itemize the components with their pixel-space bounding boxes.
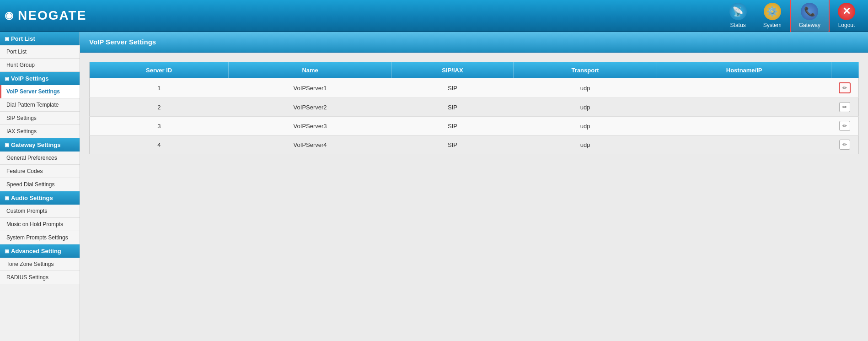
cell-hostname — [657, 117, 831, 135]
sidebar-item-radius-settings[interactable]: RADIUS Settings — [0, 271, 80, 284]
edit-pencil-icon: ✏ — [842, 85, 847, 91]
table-row: 1VoIPServer1SIPudp✏ — [90, 78, 859, 98]
port-list-section-label: Port List — [11, 35, 35, 42]
edit-button[interactable]: ✏ — [839, 121, 850, 131]
edit-button[interactable]: ✏ — [839, 82, 851, 93]
col-transport: Transport — [513, 62, 657, 79]
cell-hostname — [657, 98, 831, 117]
logout-icon: ✕ — [838, 3, 855, 20]
col-server-id: Server ID — [90, 62, 229, 79]
cell-server-id: 3 — [90, 117, 229, 135]
cell-protocol: SIP — [392, 117, 514, 135]
sidebar-section-voip-settings[interactable]: ▣ VoIP Settings — [0, 72, 80, 85]
col-hostname: Hostname/IP — [657, 62, 831, 79]
cell-transport: udp — [513, 117, 657, 135]
logo: ◉ NEOGATE — [5, 8, 86, 23]
table-row: 4VoIPServer4SIPudp✏ — [90, 135, 859, 154]
status-icon: 📡 — [729, 3, 747, 20]
cell-action: ✏ — [831, 98, 859, 117]
sidebar-item-hunt-group[interactable]: Hunt Group — [0, 59, 80, 72]
table-row: 2VoIPServer2SIPudp✏ — [90, 98, 859, 117]
sidebar-section-gateway-settings[interactable]: ▣ Gateway Settings — [0, 138, 80, 152]
cell-protocol: SIP — [392, 135, 514, 154]
header: ◉ NEOGATE 📡 Status ⚙️ System 📞 Gateway ✕… — [0, 0, 868, 32]
table-body: 1VoIPServer1SIPudp✏2VoIPServer2SIPudp✏3V… — [90, 78, 859, 154]
nav-gateway[interactable]: 📞 Gateway — [790, 0, 830, 33]
cell-action: ✏ — [831, 117, 859, 135]
sidebar-item-system-prompts[interactable]: System Prompts Settings — [0, 231, 80, 244]
page-header: VoIP Server Settings — [80, 32, 868, 53]
system-label: System — [763, 22, 782, 28]
sidebar-item-feature-codes[interactable]: Feature Codes — [0, 165, 80, 178]
layout: ▣ Port List Port List Hunt Group ▣ VoIP … — [0, 32, 868, 341]
cell-hostname — [657, 78, 831, 98]
sidebar-section-port-list[interactable]: ▣ Port List — [0, 32, 80, 45]
page-title: VoIP Server Settings — [89, 38, 156, 46]
sidebar-item-music-on-hold[interactable]: Music on Hold Prompts — [0, 218, 80, 231]
port-list-arrow: ▣ — [5, 36, 9, 41]
sidebar-item-tone-zone-settings[interactable]: Tone Zone Settings — [0, 258, 80, 271]
sidebar-section-audio-settings[interactable]: ▣ Audio Settings — [0, 191, 80, 205]
status-label: Status — [730, 22, 746, 28]
sidebar-item-general-preferences[interactable]: General Preferences — [0, 152, 80, 165]
edit-pencil-icon: ✏ — [842, 141, 847, 148]
main-content: VoIP Server Settings Server ID Name SIP/… — [80, 32, 868, 341]
logo-icon: ◉ — [5, 10, 14, 22]
sidebar: ▣ Port List Port List Hunt Group ▣ VoIP … — [0, 32, 80, 341]
nav-logout[interactable]: ✕ Logout — [830, 0, 863, 32]
cell-protocol: SIP — [392, 98, 514, 117]
cell-protocol: SIP — [392, 78, 514, 98]
col-name: Name — [229, 62, 392, 79]
sidebar-item-sip-settings[interactable]: SIP Settings — [0, 112, 80, 125]
sidebar-item-custom-prompts[interactable]: Custom Prompts — [0, 205, 80, 218]
logo-text: NEOGATE — [18, 8, 86, 23]
cell-hostname — [657, 135, 831, 154]
table-header-row: Server ID Name SIP/IAX Transport Hostnam… — [90, 62, 859, 79]
advanced-setting-arrow: ▣ — [5, 249, 9, 254]
gateway-label: Gateway — [799, 22, 820, 28]
sidebar-item-iax-settings[interactable]: IAX Settings — [0, 125, 80, 138]
nav-system[interactable]: ⚙️ System — [755, 0, 790, 32]
system-icon: ⚙️ — [764, 3, 781, 20]
cell-transport: udp — [513, 98, 657, 117]
sidebar-item-speed-dial-settings[interactable]: Speed Dial Settings — [0, 178, 80, 191]
cell-name: VoIPServer3 — [229, 117, 392, 135]
sidebar-section-advanced-setting[interactable]: ▣ Advanced Setting — [0, 244, 80, 258]
edit-button[interactable]: ✏ — [839, 102, 850, 112]
cell-transport: udp — [513, 78, 657, 98]
sidebar-item-port-list[interactable]: Port List — [0, 45, 80, 59]
gateway-icon: 📞 — [801, 3, 818, 20]
cell-transport: udp — [513, 135, 657, 154]
edit-button[interactable]: ✏ — [839, 140, 850, 150]
cell-name: VoIPServer4 — [229, 135, 392, 154]
col-actions — [831, 62, 859, 79]
cell-server-id: 2 — [90, 98, 229, 117]
logout-label: Logout — [838, 22, 855, 28]
content-area: Server ID Name SIP/IAX Transport Hostnam… — [80, 53, 868, 163]
gateway-settings-arrow: ▣ — [5, 142, 9, 147]
audio-settings-section-label: Audio Settings — [11, 195, 53, 201]
voip-settings-section-label: VoIP Settings — [11, 75, 49, 82]
edit-pencil-icon: ✏ — [842, 104, 847, 110]
cell-action: ✏ — [831, 135, 859, 154]
sidebar-item-voip-server-settings[interactable]: VoIP Server Settings — [0, 85, 80, 98]
cell-action: ✏ — [831, 78, 859, 98]
gateway-settings-section-label: Gateway Settings — [11, 141, 60, 148]
cell-server-id: 1 — [90, 78, 229, 98]
sidebar-item-dial-pattern-template[interactable]: Dial Pattern Template — [0, 98, 80, 112]
advanced-setting-section-label: Advanced Setting — [11, 248, 61, 254]
edit-pencil-icon: ✏ — [842, 123, 847, 129]
cell-name: VoIPServer2 — [229, 98, 392, 117]
col-sip-iax: SIP/IAX — [392, 62, 514, 79]
table-row: 3VoIPServer3SIPudp✏ — [90, 117, 859, 135]
voip-server-table: Server ID Name SIP/IAX Transport Hostnam… — [89, 62, 859, 154]
nav-icons: 📡 Status ⚙️ System 📞 Gateway ✕ Logout — [721, 0, 863, 33]
cell-server-id: 4 — [90, 135, 229, 154]
voip-settings-arrow: ▣ — [5, 76, 9, 81]
audio-settings-arrow: ▣ — [5, 195, 9, 200]
nav-status[interactable]: 📡 Status — [721, 0, 755, 32]
cell-name: VoIPServer1 — [229, 78, 392, 98]
